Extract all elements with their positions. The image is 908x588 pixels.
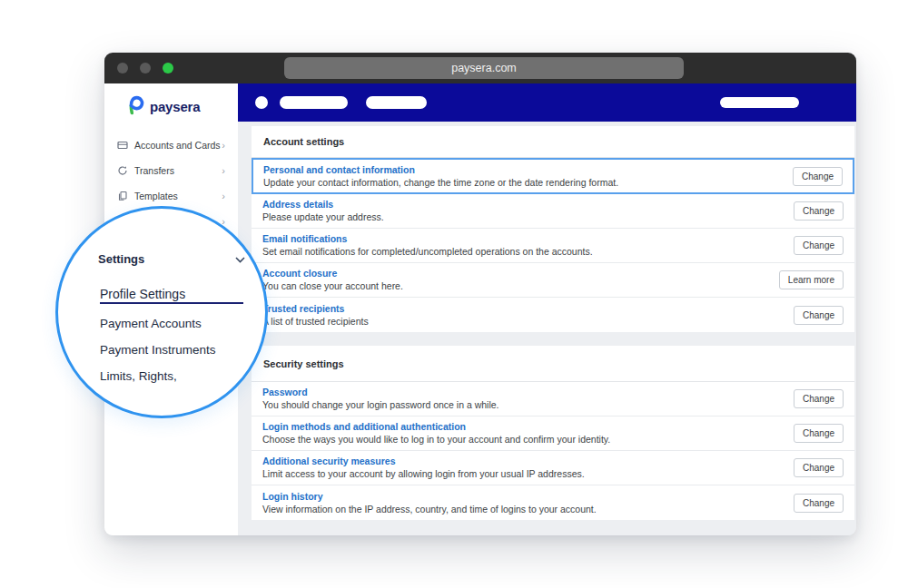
sidebar-item-accounts-and-cards[interactable]: Accounts and Cards › xyxy=(104,132,238,158)
change-button[interactable]: Change xyxy=(794,424,844,443)
menu-item-payment-accounts[interactable]: Payment Accounts xyxy=(100,317,202,330)
chevron-right-icon: › xyxy=(222,191,225,201)
address-bar[interactable]: paysera.com xyxy=(284,57,684,79)
url-text: paysera.com xyxy=(451,62,517,74)
change-button[interactable]: Change xyxy=(794,236,844,255)
change-button[interactable]: Change xyxy=(794,306,844,325)
row-trusted-recipients[interactable]: Trusted recipients A list of trusted rec… xyxy=(252,298,854,332)
row-description: A list of trusted recipients xyxy=(262,316,794,328)
change-button[interactable]: Change xyxy=(793,167,843,186)
row-description: Limit access to your account by allowing… xyxy=(262,468,794,480)
page: paysera.com paysera xyxy=(0,0,908,588)
learn-more-button[interactable]: Learn more xyxy=(779,270,844,289)
chevron-right-icon: › xyxy=(222,165,225,176)
magnifier-zoom-circle: Settings Profile Settings Payment Accoun… xyxy=(55,206,268,418)
nav-pill-placeholder[interactable] xyxy=(280,96,348,109)
row-title-link[interactable]: Account closure xyxy=(262,268,779,279)
row-password[interactable]: Password You should change your login pa… xyxy=(252,382,854,416)
change-button[interactable]: Change xyxy=(794,458,844,477)
card-icon xyxy=(116,140,128,151)
paysera-logo-icon xyxy=(125,93,144,119)
row-title-link[interactable]: Email notifications xyxy=(262,233,794,245)
row-account-closure[interactable]: Account closure You can close your accou… xyxy=(252,263,854,298)
paysera-wordmark: paysera xyxy=(150,99,200,114)
account-settings-title: Account settings xyxy=(252,126,854,158)
row-description: Set email notifications for completed/un… xyxy=(262,246,794,258)
security-settings-card: Security settings Password You should ch… xyxy=(252,346,854,520)
templates-copy-icon xyxy=(116,191,128,201)
account-settings-card: Account settings Personal and contact in… xyxy=(252,126,854,332)
main-area: Account settings Personal and contact in… xyxy=(238,83,856,535)
row-title-link[interactable]: Address details xyxy=(262,199,794,211)
row-title-link[interactable]: Additional security measures xyxy=(262,456,794,467)
row-title-link[interactable]: Login history xyxy=(262,491,794,503)
transfer-arrows-icon xyxy=(116,165,128,176)
nav-icon-placeholder[interactable] xyxy=(255,96,268,109)
row-description: Choose the ways you would like to log in… xyxy=(262,434,794,446)
row-title-link[interactable]: Password xyxy=(262,387,794,398)
row-description: You can close your account here. xyxy=(262,280,779,292)
window-minimize-dot[interactable] xyxy=(140,63,151,74)
row-additional-security-measures[interactable]: Additional security measures Limit acces… xyxy=(252,451,854,485)
row-login-history[interactable]: Login history View information on the IP… xyxy=(252,485,854,520)
chevron-down-icon xyxy=(235,252,245,266)
row-description: Please update your address. xyxy=(262,211,794,223)
security-settings-title: Security settings xyxy=(252,346,854,382)
change-button[interactable]: Change xyxy=(794,389,844,408)
row-description: You should change your login password on… xyxy=(262,399,794,411)
sidebar-item-label: Templates xyxy=(134,191,222,201)
menu-item-payment-instruments[interactable]: Payment Instruments xyxy=(100,343,216,357)
settings-menu-label: Settings xyxy=(98,252,144,266)
row-title-link[interactable]: Personal and contact information xyxy=(263,164,793,176)
row-title-link[interactable]: Login methods and additional authenticat… xyxy=(262,421,794,433)
menu-item-profile-settings[interactable]: Profile Settings xyxy=(100,287,185,301)
browser-titlebar: paysera.com xyxy=(104,53,856,83)
nav-pill-placeholder[interactable] xyxy=(720,97,799,108)
window-maximize-dot[interactable] xyxy=(163,63,173,74)
menu-item-limits-rights[interactable]: Limits, Rights, xyxy=(100,369,177,383)
settings-content: Account settings Personal and contact in… xyxy=(238,122,856,535)
nav-pill-placeholder[interactable] xyxy=(366,96,427,109)
top-nav-bar xyxy=(238,83,856,122)
row-title-link[interactable]: Trusted recipients xyxy=(262,303,794,315)
active-item-underline xyxy=(100,302,243,304)
settings-menu-toggle[interactable]: Settings xyxy=(98,252,245,266)
window-close-dot[interactable] xyxy=(117,63,128,74)
row-address-details[interactable]: Address details Please update your addre… xyxy=(252,194,854,229)
change-button[interactable]: Change xyxy=(794,494,844,513)
change-button[interactable]: Change xyxy=(794,201,844,220)
row-description: Update your contact information, change … xyxy=(263,177,793,189)
sidebar-item-templates[interactable]: Templates › xyxy=(104,183,238,209)
sidebar-item-transfers[interactable]: Transfers › xyxy=(104,158,238,183)
paysera-logo[interactable]: paysera xyxy=(104,94,238,118)
sidebar-item-label: Transfers xyxy=(134,165,222,176)
row-email-notifications[interactable]: Email notifications Set email notificati… xyxy=(252,229,854,263)
row-personal-contact-information[interactable]: Personal and contact information Update … xyxy=(252,158,854,194)
sidebar-item-label: Accounts and Cards xyxy=(134,140,222,151)
row-login-methods[interactable]: Login methods and additional authenticat… xyxy=(252,416,854,451)
row-description: View information on the IP address, coun… xyxy=(262,504,794,515)
chevron-right-icon: › xyxy=(222,140,225,151)
